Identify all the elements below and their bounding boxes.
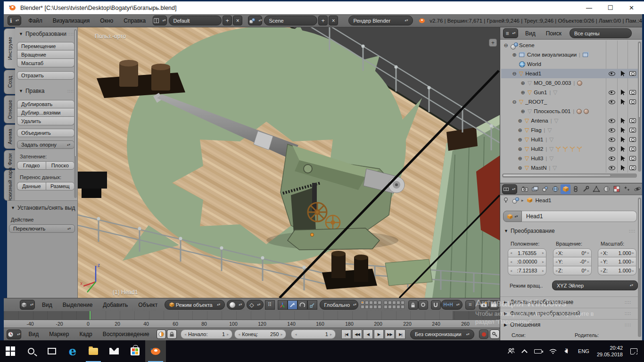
lock-to-scene-icon[interactable] xyxy=(408,300,418,310)
renderable-camera-icon[interactable] xyxy=(629,156,636,161)
object-cube-icon[interactable] xyxy=(527,197,533,203)
visibility-eye-icon[interactable] xyxy=(609,119,615,123)
transform-panel-header[interactable]: ▼Преобразование xyxy=(504,228,555,234)
location-y-field[interactable]: ◂:0.00000▸ xyxy=(508,257,546,266)
visibility-eye-icon[interactable] xyxy=(609,100,615,104)
rotation-mode-dropdown[interactable]: XYZ Эйлер▴▾ xyxy=(552,280,638,290)
jump-to-end-button[interactable]: ▶| xyxy=(396,329,405,339)
renderable-camera-icon[interactable] xyxy=(629,118,636,123)
timeline-editor-icon[interactable]: ▴▾ xyxy=(7,329,21,339)
delete-button[interactable]: Удалить xyxy=(17,117,74,125)
snap-grid-icon[interactable]: ⌗ xyxy=(465,300,475,310)
visibility-eye-icon[interactable] xyxy=(609,166,615,170)
scene-icon[interactable] xyxy=(512,197,519,203)
menu-file[interactable]: Файл xyxy=(23,17,48,24)
deck-fitting-dark2[interactable] xyxy=(82,189,101,198)
gun-base[interactable] xyxy=(288,228,380,250)
people-icon[interactable] xyxy=(504,348,519,354)
file-explorer-icon[interactable] xyxy=(83,340,104,362)
tab-relations[interactable]: Отноше xyxy=(4,95,15,123)
selectable-cursor-icon[interactable] xyxy=(621,71,625,76)
use-preview-range-icon[interactable] xyxy=(157,329,166,339)
outliner-row-head1[interactable]: ⊖▽Head1 xyxy=(501,69,639,78)
language-indicator[interactable]: ENG xyxy=(574,348,593,354)
snap-magnet-icon[interactable] xyxy=(431,300,441,310)
renderable-camera-icon[interactable] xyxy=(629,165,636,170)
scene-selector-icon[interactable]: ▴▾ xyxy=(248,16,262,25)
tab-physics[interactable]: Физи xyxy=(4,150,15,169)
wifi-icon[interactable] xyxy=(545,348,561,354)
selectable-cursor-icon[interactable] xyxy=(621,99,625,105)
pivot-dropdown[interactable]: ◇▴▾ xyxy=(247,300,263,310)
tab-tools[interactable]: Инструме xyxy=(4,28,15,69)
clock[interactable]: 20:4229.05.2018 xyxy=(593,345,627,358)
expand-icon[interactable]: ⊕ xyxy=(517,165,523,171)
transfer-layout-button[interactable]: Размещ xyxy=(46,182,75,190)
action-dropdown[interactable]: Переключить▴▾ xyxy=(9,224,75,233)
scene-selector[interactable]: Scene xyxy=(264,16,317,25)
tab-object[interactable] xyxy=(561,184,570,194)
manipulator-axis-icon[interactable] xyxy=(278,300,288,310)
handwheel-large[interactable] xyxy=(308,203,327,222)
expand-icon[interactable]: ⊕ xyxy=(517,127,523,133)
selectable-cursor-icon[interactable] xyxy=(621,165,625,171)
renderable-camera-icon[interactable] xyxy=(629,128,636,132)
layers-widget[interactable] xyxy=(361,301,381,309)
outliner-menu-search[interactable]: Поиск xyxy=(541,30,567,37)
collapse-icon[interactable]: ⊖ xyxy=(503,42,509,49)
tab-grease-pencil[interactable]: Эскизный кара xyxy=(4,170,15,201)
tab-modifiers[interactable] xyxy=(581,184,591,194)
add-layout-button[interactable]: + xyxy=(223,16,232,25)
tab-physics[interactable] xyxy=(632,184,642,194)
lock-range-icon[interactable] xyxy=(167,329,177,339)
outliner-row-hull3[interactable]: ⊕▽Hull3|▽ xyxy=(501,154,639,163)
blender-taskbar-icon[interactable] xyxy=(145,340,166,362)
expand-icon[interactable]: ⊕ xyxy=(512,52,517,58)
region-expand-icon[interactable]: + xyxy=(489,39,497,47)
outliner-row-mo08[interactable]: ⊕▽MO_08_00.003| xyxy=(501,78,639,88)
tab-material[interactable] xyxy=(602,184,611,194)
handwheel-small[interactable] xyxy=(326,215,340,230)
expand-icon[interactable]: ⊕ xyxy=(517,137,523,143)
tab-constraints[interactable] xyxy=(571,184,581,194)
collapse-icon[interactable]: ⊖ xyxy=(512,99,517,105)
expand-icon[interactable]: ⊕ xyxy=(517,146,523,152)
store-icon[interactable] xyxy=(124,340,145,362)
delete-scene-button[interactable]: × xyxy=(329,16,338,25)
selectable-cursor-icon[interactable] xyxy=(621,146,625,152)
outliner-row-world[interactable]: World xyxy=(501,59,639,69)
outliner-menu-view[interactable]: Вид xyxy=(520,30,541,37)
selectable-cursor-icon[interactable] xyxy=(621,127,625,133)
battery-icon[interactable] xyxy=(530,349,545,354)
outliner-row-hull1[interactable]: ⊕▽Hull1|▽ xyxy=(501,135,639,144)
minimize-button[interactable]: — xyxy=(578,1,600,14)
tab-texture[interactable] xyxy=(612,184,622,194)
join-button[interactable]: Объединить xyxy=(17,129,74,137)
current-frame-field[interactable]: ◂1▸ xyxy=(291,329,336,339)
mirror-button[interactable]: Отразить xyxy=(17,71,74,80)
scale-manipulator-icon[interactable] xyxy=(307,300,317,310)
expand-icon[interactable]: ⊕ xyxy=(517,156,523,162)
tab-world[interactable] xyxy=(551,184,561,194)
edge-icon[interactable]: e xyxy=(62,340,83,362)
operator-panel-header[interactable]: ▼Установить/снять выд xyxy=(11,205,75,211)
action-center-icon[interactable] xyxy=(627,348,644,354)
toolshelf-scrollbar[interactable] xyxy=(74,29,77,198)
outliner-vscrollbar[interactable] xyxy=(638,41,641,172)
timeline-menu-playback[interactable]: Воспроизведение xyxy=(98,331,155,337)
properties-editor-icon[interactable]: ▴▾ xyxy=(502,184,517,194)
outliner-editor-icon[interactable]: ≡▴▾ xyxy=(503,28,518,38)
keying-set-icon[interactable] xyxy=(490,329,500,339)
jump-prev-keyframe-button[interactable]: ◀◀ xyxy=(352,329,362,339)
visibility-eye-icon[interactable] xyxy=(609,138,615,142)
scale-z-field[interactable]: ◂Z:1.000▸ xyxy=(598,266,636,275)
duplicate-button[interactable]: Дублировать xyxy=(17,100,74,108)
view-menu[interactable]: Вид xyxy=(37,302,58,308)
selectable-cursor-icon[interactable] xyxy=(621,90,625,95)
play-button[interactable]: ▶ xyxy=(374,329,384,339)
rotation-y-field[interactable]: ◂Y:-0°▸ xyxy=(553,257,592,266)
visibility-eye-icon[interactable] xyxy=(609,90,615,95)
opengl-animation-icon[interactable] xyxy=(489,300,499,310)
delete-layout-button[interactable]: × xyxy=(233,16,242,25)
rotation-z-field[interactable]: ◂Z:0°▸ xyxy=(553,266,592,275)
